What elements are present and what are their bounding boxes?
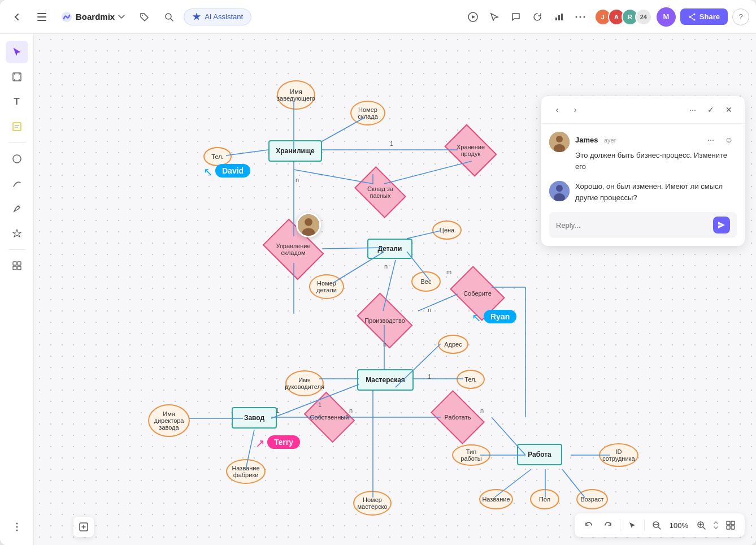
node-pol[interactable]: Пол <box>530 489 559 509</box>
comment-check-button[interactable]: ✓ <box>703 102 719 118</box>
svg-point-28 <box>13 155 21 163</box>
main-area: T <box>0 34 756 545</box>
tool-template[interactable] <box>6 254 28 277</box>
node-sobstvennyy[interactable]: Собственный <box>309 401 350 433</box>
comment-more-button[interactable]: ··· <box>685 102 701 118</box>
my-avatar[interactable]: M <box>657 7 676 27</box>
node-ves[interactable]: Вес <box>411 271 441 292</box>
canvas-area[interactable]: Имя заведующего Номер склада Тел. Хранил… <box>34 34 756 545</box>
zoom-out-button[interactable] <box>648 517 665 534</box>
node-hranilishe[interactable]: Хранилище <box>268 140 322 162</box>
toolbar-cursor-button[interactable] <box>485 7 504 27</box>
svg-point-34 <box>16 523 18 525</box>
tool-line[interactable] <box>6 172 28 195</box>
comment-next-button[interactable]: › <box>567 102 583 118</box>
bottom-left-action-button[interactable] <box>73 517 94 537</box>
svg-rect-30 <box>13 262 16 265</box>
node-imya-rukovoditelya[interactable]: Имя руководителя <box>285 370 324 396</box>
toolbar-history-button[interactable] <box>528 7 547 27</box>
search-button[interactable] <box>159 7 179 27</box>
node-rabota[interactable]: Работа <box>517 444 562 465</box>
zoom-level[interactable]: 100% <box>667 521 690 530</box>
ai-assistant-button[interactable]: AI Assistant <box>184 8 251 25</box>
tag-button[interactable] <box>134 7 154 27</box>
svg-rect-11 <box>561 14 563 20</box>
node-zavod[interactable]: Завод <box>232 407 277 429</box>
svg-point-35 <box>16 526 18 528</box>
toolbar-more-button[interactable] <box>571 7 590 27</box>
top-toolbar: Boardmix AI Assistant <box>0 0 756 34</box>
comment-panel: ‹ › ··· ✓ ✕ <box>541 96 745 246</box>
help-button[interactable]: ? <box>732 8 749 25</box>
brand-logo[interactable]: Boardmix <box>57 9 129 25</box>
node-hranenie-produk[interactable]: Хранение продук <box>449 135 492 166</box>
comment-prev-button[interactable]: ‹ <box>549 102 565 118</box>
node-nomer-sklada[interactable]: Номер склада <box>350 101 385 126</box>
toolbar-chat-button[interactable] <box>506 7 525 27</box>
share-button[interactable]: Share <box>680 8 728 25</box>
toolbar-play-button[interactable] <box>463 7 483 27</box>
node-rabotat[interactable]: Работать <box>435 401 480 433</box>
node-tip-raboty[interactable]: Тип работы <box>452 444 490 466</box>
undo-button[interactable] <box>580 517 597 534</box>
node-proizvodstvo[interactable]: Производство <box>362 304 408 337</box>
svg-rect-1 <box>37 16 46 18</box>
svg-rect-2 <box>37 20 46 21</box>
comment-send-button[interactable] <box>713 217 730 233</box>
svg-point-4 <box>142 15 143 16</box>
node-cena[interactable]: Цена <box>432 220 462 240</box>
redo-button[interactable] <box>599 517 616 534</box>
avatar-stack: J A R 24 <box>594 8 652 25</box>
svg-point-77 <box>556 185 563 192</box>
comment-avatar-james <box>549 132 570 152</box>
node-imya-zaveduyushego[interactable]: Имя заведующего <box>277 80 315 110</box>
toolbar-right: J A R 24 M Share ? <box>594 7 749 27</box>
svg-line-18 <box>690 14 694 17</box>
avatar-count: 24 <box>635 8 652 25</box>
back-button[interactable] <box>7 7 27 27</box>
node-nazvanie-fabriki[interactable]: Название фабрики <box>226 459 266 484</box>
node-detali[interactable]: Детали <box>367 239 412 259</box>
comment-item-emoji-button[interactable]: ☺ <box>721 132 737 148</box>
comment-item-1: James ayer ··· ☺ Это должен быть бизнес-… <box>549 132 737 172</box>
label-1-zavod2: 1 <box>276 407 279 414</box>
comment-body: James ayer ··· ☺ Это должен быть бизнес-… <box>541 124 745 246</box>
node-adres[interactable]: Адрес <box>438 335 468 354</box>
node-nazvanie[interactable]: Название <box>479 489 513 509</box>
node-id-sotrudnika[interactable]: ID сотрудника <box>599 443 638 467</box>
comment-close-button[interactable]: ✕ <box>721 102 737 118</box>
label-m-soberite: m <box>446 269 451 275</box>
node-sklad-za-pasnyh[interactable]: Склад за пасных <box>359 177 402 207</box>
bt-divider-1 <box>620 520 620 531</box>
svg-point-13 <box>579 16 581 18</box>
tool-text[interactable]: T <box>6 90 28 113</box>
toolbar-chart-button[interactable] <box>549 7 568 27</box>
tool-shape[interactable] <box>6 148 28 170</box>
comment-item-more-button[interactable]: ··· <box>703 132 719 148</box>
tool-sticky[interactable] <box>6 115 28 138</box>
svg-rect-88 <box>727 526 730 529</box>
node-tel[interactable]: Тел. <box>203 147 232 166</box>
svg-rect-86 <box>727 521 730 525</box>
comment-reply-input[interactable] <box>556 221 709 230</box>
node-imya-direktora[interactable]: Имя директора завода <box>148 404 190 437</box>
tool-frame[interactable] <box>6 66 28 88</box>
node-nomer-masterskoy[interactable]: Номер мастерско <box>353 491 392 516</box>
zoom-in-button[interactable] <box>693 517 710 534</box>
node-nomer-detali[interactable]: Номер детали <box>309 274 344 299</box>
tool-pen[interactable] <box>6 197 28 220</box>
svg-rect-89 <box>731 526 735 529</box>
tool-smart[interactable] <box>6 222 28 245</box>
svg-point-72 <box>302 228 315 237</box>
node-tel2[interactable]: Тел. <box>457 370 485 389</box>
tool-cursor[interactable] <box>6 41 28 63</box>
menu-button[interactable] <box>32 7 52 27</box>
svg-point-74 <box>556 136 563 142</box>
fit-view-button[interactable] <box>722 517 739 534</box>
tool-more[interactable] <box>6 516 28 538</box>
select-tool-button[interactable] <box>624 517 641 534</box>
node-soberite[interactable]: Соберите <box>455 277 500 310</box>
node-vozrast[interactable]: Возраст <box>576 489 608 509</box>
cursor-david: ↖ David <box>203 164 250 178</box>
node-masterskaya[interactable]: Мастерская <box>357 369 414 391</box>
